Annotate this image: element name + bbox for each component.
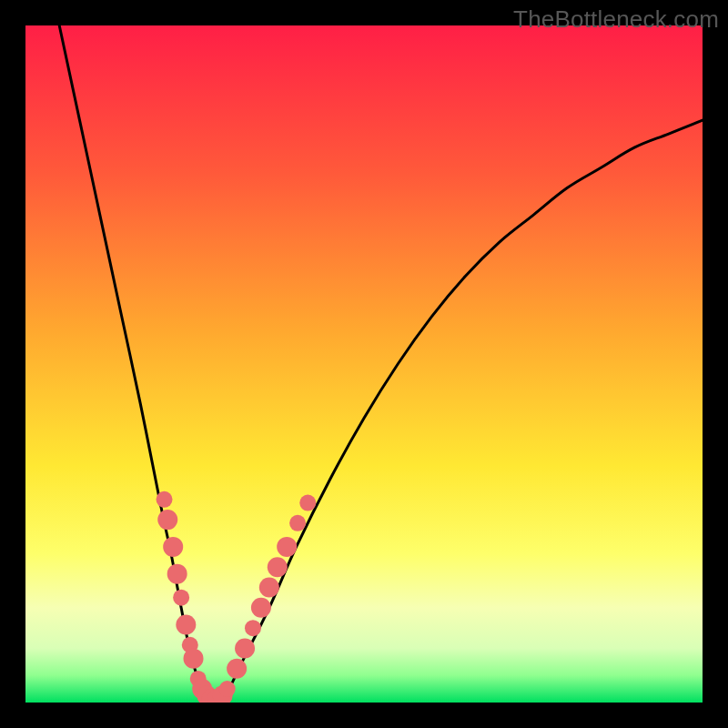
marker-layer [157,491,317,703]
data-marker [289,515,306,531]
data-marker [157,510,177,530]
data-marker [277,537,297,557]
data-marker [157,491,173,508]
chart-svg [25,25,703,703]
plot-area [25,25,703,703]
data-marker [299,495,316,511]
data-marker [184,649,204,669]
data-marker [176,614,196,634]
data-marker [268,557,288,577]
data-marker [167,564,187,584]
chart-frame: TheBottleneck.com [0,0,728,728]
data-marker [235,638,255,658]
curve-layer [59,25,703,703]
data-marker [227,659,247,679]
data-marker [245,620,261,636]
bottleneck-curve [59,25,703,703]
data-marker [173,590,189,606]
data-marker [163,537,183,557]
data-marker [219,681,236,697]
data-marker [259,578,279,598]
data-marker [251,598,271,618]
